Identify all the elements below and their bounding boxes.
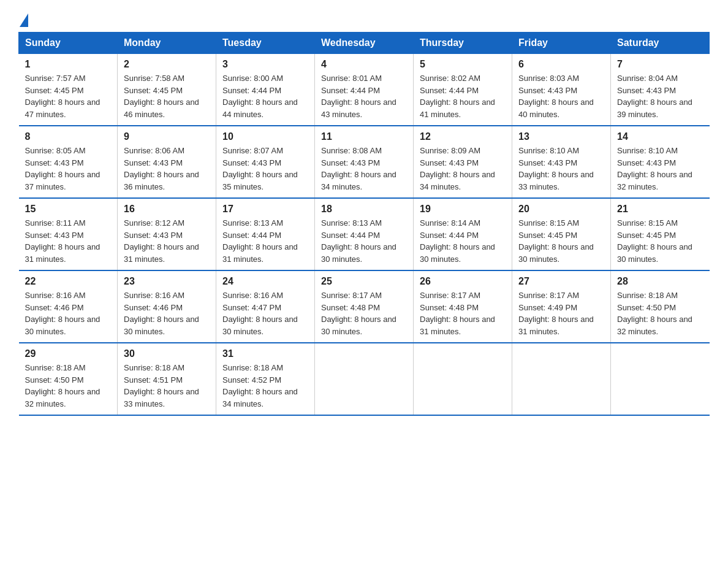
day-number: 30 [124, 348, 210, 359]
day-info: Sunrise: 8:12 AMSunset: 4:43 PMDaylight:… [124, 218, 199, 264]
logo [18, 12, 28, 26]
day-info: Sunrise: 8:16 AMSunset: 4:46 PMDaylight:… [25, 291, 100, 336]
day-info: Sunrise: 8:18 AMSunset: 4:50 PMDaylight:… [617, 291, 692, 336]
page-header [18, 12, 710, 26]
day-info: Sunrise: 8:13 AMSunset: 4:44 PMDaylight:… [321, 218, 396, 264]
day-number: 25 [321, 276, 407, 287]
day-number: 20 [518, 204, 604, 215]
table-row: 6 Sunrise: 8:03 AMSunset: 4:43 PMDayligh… [512, 54, 611, 126]
day-number: 31 [222, 348, 308, 359]
day-number: 19 [420, 204, 506, 215]
table-row: 16 Sunrise: 8:12 AMSunset: 4:43 PMDaylig… [118, 198, 216, 270]
table-row: 12 Sunrise: 8:09 AMSunset: 4:43 PMDaylig… [414, 126, 512, 198]
table-row: 24 Sunrise: 8:16 AMSunset: 4:47 PMDaylig… [216, 270, 315, 343]
table-row: 26 Sunrise: 8:17 AMSunset: 4:48 PMDaylig… [414, 270, 512, 343]
table-row: 19 Sunrise: 8:14 AMSunset: 4:44 PMDaylig… [414, 198, 512, 270]
day-info: Sunrise: 8:17 AMSunset: 4:48 PMDaylight:… [420, 291, 495, 336]
day-info: Sunrise: 7:57 AMSunset: 4:45 PMDaylight:… [25, 74, 100, 119]
header-sunday: Sunday [19, 33, 118, 54]
table-row: 2 Sunrise: 7:58 AMSunset: 4:45 PMDayligh… [118, 54, 216, 126]
table-row: 21 Sunrise: 8:15 AMSunset: 4:45 PMDaylig… [611, 198, 710, 270]
day-number: 3 [222, 59, 308, 70]
day-number: 16 [124, 204, 210, 215]
table-row: 13 Sunrise: 8:10 AMSunset: 4:43 PMDaylig… [512, 126, 611, 198]
table-row: 15 Sunrise: 8:11 AMSunset: 4:43 PMDaylig… [19, 198, 118, 270]
table-row: 30 Sunrise: 8:18 AMSunset: 4:51 PMDaylig… [118, 343, 216, 415]
day-info: Sunrise: 7:58 AMSunset: 4:45 PMDaylight:… [124, 74, 199, 119]
week-row-3: 15 Sunrise: 8:11 AMSunset: 4:43 PMDaylig… [19, 198, 710, 270]
table-row [315, 343, 414, 415]
day-number: 29 [25, 348, 112, 359]
table-row: 18 Sunrise: 8:13 AMSunset: 4:44 PMDaylig… [315, 198, 414, 270]
day-info: Sunrise: 8:10 AMSunset: 4:43 PMDaylight:… [617, 146, 692, 191]
day-info: Sunrise: 8:17 AMSunset: 4:49 PMDaylight:… [518, 291, 594, 336]
day-info: Sunrise: 8:08 AMSunset: 4:43 PMDaylight:… [321, 146, 396, 191]
day-info: Sunrise: 8:00 AMSunset: 4:44 PMDaylight:… [222, 74, 298, 119]
day-number: 24 [222, 276, 308, 287]
table-row [512, 343, 611, 415]
day-info: Sunrise: 8:02 AMSunset: 4:44 PMDaylight:… [420, 74, 495, 119]
week-row-2: 8 Sunrise: 8:05 AMSunset: 4:43 PMDayligh… [19, 126, 710, 198]
day-info: Sunrise: 8:16 AMSunset: 4:46 PMDaylight:… [124, 291, 199, 336]
table-row: 14 Sunrise: 8:10 AMSunset: 4:43 PMDaylig… [611, 126, 710, 198]
day-number: 21 [617, 204, 703, 215]
week-row-1: 1 Sunrise: 7:57 AMSunset: 4:45 PMDayligh… [19, 54, 710, 126]
day-info: Sunrise: 8:14 AMSunset: 4:44 PMDaylight:… [420, 218, 495, 264]
day-number: 27 [518, 276, 604, 287]
day-number: 4 [321, 59, 407, 70]
table-row: 7 Sunrise: 8:04 AMSunset: 4:43 PMDayligh… [611, 54, 710, 126]
table-row: 23 Sunrise: 8:16 AMSunset: 4:46 PMDaylig… [118, 270, 216, 343]
table-row: 8 Sunrise: 8:05 AMSunset: 4:43 PMDayligh… [19, 126, 118, 198]
table-row: 28 Sunrise: 8:18 AMSunset: 4:50 PMDaylig… [611, 270, 710, 343]
day-number: 10 [222, 131, 308, 142]
header-tuesday: Tuesday [216, 33, 315, 54]
day-number: 17 [222, 204, 308, 215]
week-row-4: 22 Sunrise: 8:16 AMSunset: 4:46 PMDaylig… [19, 270, 710, 343]
header-saturday: Saturday [611, 33, 710, 54]
day-info: Sunrise: 8:07 AMSunset: 4:43 PMDaylight:… [222, 146, 298, 191]
day-info: Sunrise: 8:06 AMSunset: 4:43 PMDaylight:… [124, 146, 199, 191]
table-row: 9 Sunrise: 8:06 AMSunset: 4:43 PMDayligh… [118, 126, 216, 198]
header-thursday: Thursday [414, 33, 512, 54]
day-info: Sunrise: 8:16 AMSunset: 4:47 PMDaylight:… [222, 291, 298, 336]
day-info: Sunrise: 8:15 AMSunset: 4:45 PMDaylight:… [518, 218, 594, 264]
table-row: 27 Sunrise: 8:17 AMSunset: 4:49 PMDaylig… [512, 270, 611, 343]
calendar-header-row: SundayMondayTuesdayWednesdayThursdayFrid… [19, 33, 710, 54]
table-row: 22 Sunrise: 8:16 AMSunset: 4:46 PMDaylig… [19, 270, 118, 343]
day-info: Sunrise: 8:15 AMSunset: 4:45 PMDaylight:… [617, 218, 692, 264]
day-number: 14 [617, 131, 703, 142]
table-row: 5 Sunrise: 8:02 AMSunset: 4:44 PMDayligh… [414, 54, 512, 126]
table-row: 20 Sunrise: 8:15 AMSunset: 4:45 PMDaylig… [512, 198, 611, 270]
day-number: 12 [420, 131, 506, 142]
day-number: 11 [321, 131, 407, 142]
day-number: 18 [321, 204, 407, 215]
day-number: 7 [617, 59, 703, 70]
table-row: 25 Sunrise: 8:17 AMSunset: 4:48 PMDaylig… [315, 270, 414, 343]
day-number: 22 [25, 276, 112, 287]
day-info: Sunrise: 8:18 AMSunset: 4:52 PMDaylight:… [222, 363, 298, 408]
table-row: 4 Sunrise: 8:01 AMSunset: 4:44 PMDayligh… [315, 54, 414, 126]
day-number: 2 [124, 59, 210, 70]
day-number: 1 [25, 59, 112, 70]
day-number: 9 [124, 131, 210, 142]
day-info: Sunrise: 8:05 AMSunset: 4:43 PMDaylight:… [25, 146, 100, 191]
header-friday: Friday [512, 33, 611, 54]
day-info: Sunrise: 8:09 AMSunset: 4:43 PMDaylight:… [420, 146, 495, 191]
week-row-5: 29 Sunrise: 8:18 AMSunset: 4:50 PMDaylig… [19, 343, 710, 415]
calendar-table: SundayMondayTuesdayWednesdayThursdayFrid… [18, 32, 710, 416]
header-wednesday: Wednesday [315, 33, 414, 54]
day-number: 26 [420, 276, 506, 287]
header-monday: Monday [118, 33, 216, 54]
day-info: Sunrise: 8:13 AMSunset: 4:44 PMDaylight:… [222, 218, 298, 264]
day-info: Sunrise: 8:18 AMSunset: 4:51 PMDaylight:… [124, 363, 199, 408]
table-row [611, 343, 710, 415]
table-row: 29 Sunrise: 8:18 AMSunset: 4:50 PMDaylig… [19, 343, 118, 415]
day-number: 13 [518, 131, 604, 142]
day-info: Sunrise: 8:01 AMSunset: 4:44 PMDaylight:… [321, 74, 396, 119]
day-number: 23 [124, 276, 210, 287]
table-row: 1 Sunrise: 7:57 AMSunset: 4:45 PMDayligh… [19, 54, 118, 126]
day-info: Sunrise: 8:03 AMSunset: 4:43 PMDaylight:… [518, 74, 594, 119]
table-row: 17 Sunrise: 8:13 AMSunset: 4:44 PMDaylig… [216, 198, 315, 270]
table-row: 3 Sunrise: 8:00 AMSunset: 4:44 PMDayligh… [216, 54, 315, 126]
day-number: 6 [518, 59, 604, 70]
